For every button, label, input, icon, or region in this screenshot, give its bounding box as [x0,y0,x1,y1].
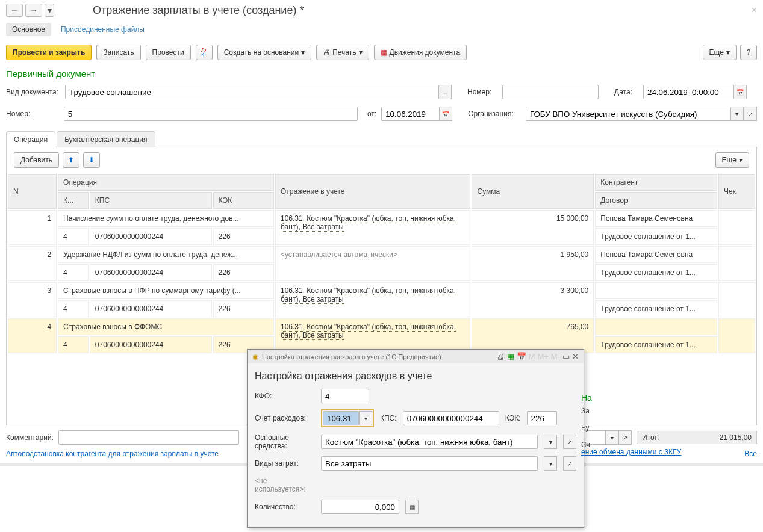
col-refl[interactable]: Отражение в учете [275,174,470,209]
print-button[interactable]: 🖨 Печать▾ [316,45,369,60]
kfo-input[interactable] [321,389,369,403]
save-button[interactable]: Записать [96,45,140,60]
all-link[interactable]: Все [744,450,757,458]
m-icon[interactable]: M [529,352,535,361]
add-button[interactable]: Добавить [14,152,59,168]
cell-refl[interactable]: 106.31, Костюм "Красотка" (юбка, топ, ни… [275,210,470,245]
vz-input[interactable] [321,456,538,466]
ot-picker[interactable]: 📅 [439,107,452,121]
exchange-link[interactable]: ение обмена данными с ЗКГУ [581,448,681,456]
close-icon[interactable]: × [752,5,757,16]
ghost-heading: На [581,393,592,403]
org-open[interactable]: ↗ [744,107,757,121]
kps-input[interactable] [403,411,499,425]
grid-more-label: Еще [722,156,737,164]
date-label: Дата: [614,88,638,96]
create-based-button[interactable]: Создать на основании▾ [217,45,312,60]
kps-label: КПС: [380,414,397,422]
col-sum[interactable]: Сумма [472,174,594,209]
app-icon: ◉ [252,353,258,361]
col-kps[interactable]: КПС [90,192,212,209]
cell-refl[interactable]: 106.31, Костюм "Красотка" (юбка, топ, ни… [275,318,470,353]
cell-sum: 765,00 [472,318,594,353]
acc-input[interactable] [323,411,359,425]
minimize-icon[interactable]: ▭ [562,352,570,361]
dropdown-button[interactable]: ▾ [45,4,54,17]
vz-dropdown[interactable]: ▾ [544,456,557,466]
os-open[interactable]: ↗ [563,435,576,449]
col-op[interactable]: Операция [58,174,274,191]
acc-label: Счет расходов: [255,414,315,422]
total-box: Итог: 21 015,00 [637,431,757,444]
cell-refl[interactable]: 106.31, Костюм "Красотка" (юбка, топ, ни… [275,282,470,317]
auto-link[interactable]: Автоподстановка контрагента для отражени… [6,450,219,458]
org-dropdown[interactable]: ▾ [730,107,744,121]
date-picker[interactable]: 📅 [733,85,747,99]
cell-kps: 07060000000000244 [90,228,212,245]
move-up-button[interactable]: ⬆ [63,152,79,168]
os-dropdown[interactable]: ▾ [544,435,557,449]
ot-label: от: [367,110,376,118]
org-input[interactable] [526,107,730,121]
number-input[interactable] [502,85,599,99]
os-input[interactable] [321,435,538,449]
expense-settings-dialog: ◉ Настройка отражения расходов в учете (… [247,349,584,466]
movements-button[interactable]: ▦ Движения документа [374,45,467,60]
submit-button[interactable]: Провести [146,45,191,60]
table-row[interactable]: 2Удержание НДФЛ из сумм по оплате труда,… [8,246,755,263]
page-title: Отражение зарплаты в учете (создание) * [93,4,304,17]
total-label: Итог: [642,433,659,442]
date-input[interactable] [643,85,733,99]
tab-operations[interactable]: Операции [6,131,55,147]
tab-main[interactable]: Основное [6,23,51,36]
submit-close-button[interactable]: Провести и закрыть [6,45,92,60]
cell-kek: 226 [213,264,274,281]
tab-files[interactable]: Присоединенные файлы [56,23,149,36]
org-label: Организация: [468,110,521,118]
col-kek[interactable]: КЭК [213,192,274,209]
help-button[interactable]: ? [740,45,757,60]
vz-open[interactable]: ↗ [563,456,576,466]
doc-type-input[interactable] [65,85,438,99]
number2-input[interactable] [64,107,358,121]
col-n[interactable]: N [8,174,57,209]
table-row[interactable]: 4Страховые взносы в ФФОМС106.31, Костюм … [8,318,755,335]
document-icon: ▦ [381,48,387,57]
grid-more-button[interactable]: Еще▾ [715,152,749,168]
total-value: 21 015,00 [720,433,752,442]
tab-accounting[interactable]: Бухгалтерская операция [57,131,155,147]
close-dialog-icon[interactable]: ✕ [572,352,579,361]
kek-input[interactable] [527,411,557,425]
cell-dog: Трудовое соглашение от 1... [595,228,717,245]
cell-n: 4 [8,318,57,353]
more-label: Еще [709,48,724,57]
col-check[interactable]: Чек [718,174,755,209]
arrow-up-icon: ⬆ [68,156,74,164]
ot-input[interactable] [381,107,439,121]
back-button[interactable]: ← [6,4,23,17]
cell-k: 4 [58,228,89,245]
doc-type-picker[interactable]: … [438,85,452,99]
col-k[interactable]: К... [58,192,89,209]
m-plus-icon[interactable]: M+ [537,352,548,361]
aux-dropdown[interactable]: ▾ [605,430,618,445]
table-row[interactable]: 1Начисление сумм по оплате труда, денежн… [8,210,755,227]
move-down-button[interactable]: ⬇ [83,152,100,168]
print-icon[interactable]: 🖨 [497,352,505,361]
cell-refl[interactable]: <устанавливается автоматически> [275,246,470,281]
calc-icon[interactable]: ▦ [507,352,514,361]
acc-dropdown[interactable]: ▾ [359,411,372,425]
print-label: Печать [332,48,356,57]
col-contr[interactable]: Контрагент [595,174,717,191]
cell-contr [595,282,717,299]
dtkt-icon-button[interactable]: ДтКт [196,45,213,60]
cell-k: 4 [58,336,89,353]
aux-open[interactable]: ↗ [618,430,632,445]
m-minus-icon[interactable]: M- [551,352,560,361]
comment-input[interactable] [58,430,239,445]
col-dog[interactable]: Договор [595,192,717,209]
table-row[interactable]: 3Страховые взносы в ПФР по суммарному та… [8,282,755,299]
forward-button[interactable]: → [25,4,42,17]
calendar-icon[interactable]: 📅 [517,352,526,361]
more-button[interactable]: Еще▾ [703,45,737,60]
